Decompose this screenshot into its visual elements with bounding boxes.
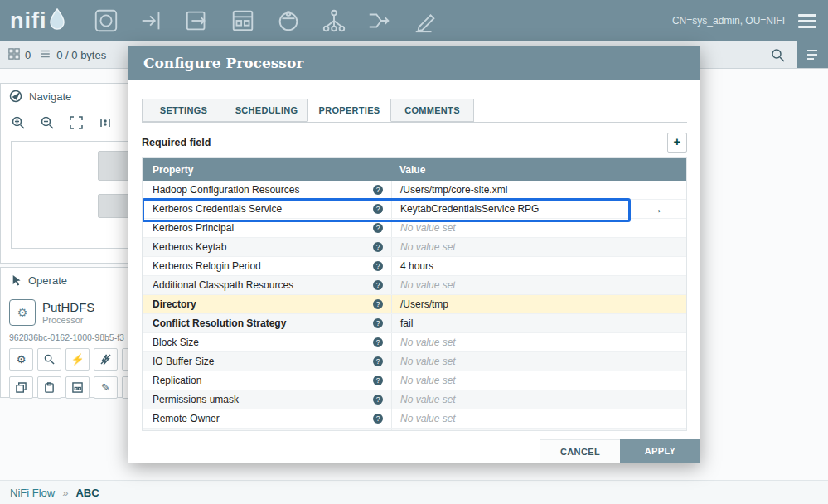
property-column-header: Property [143, 164, 391, 176]
help-icon[interactable] [373, 223, 383, 233]
current-user: CN=sys_admin, OU=NIFI [672, 15, 785, 27]
property-row[interactable]: Remote Group No value set [143, 429, 686, 431]
group-button[interactable] [65, 376, 90, 399]
action-cell [627, 390, 686, 409]
zoom-out-icon[interactable] [41, 116, 54, 129]
action-cell: → [627, 200, 686, 218]
value-cell[interactable]: No value set [391, 276, 627, 294]
value-cell[interactable]: No value set [391, 333, 627, 351]
property-name: Replication [153, 375, 201, 386]
disable-button[interactable] [94, 348, 118, 371]
action-cell [627, 181, 686, 199]
action-cell [627, 333, 686, 351]
process-group-icon[interactable] [229, 7, 257, 35]
value-cell[interactable]: No value set [391, 410, 627, 428]
help-icon[interactable] [373, 356, 383, 366]
property-name: Remote Owner [153, 413, 220, 424]
property-cell: Block Size [143, 333, 391, 351]
property-row[interactable]: Directory /Users/tmp [143, 295, 686, 314]
tab-comments[interactable]: COMMENTS [390, 99, 474, 122]
help-icon[interactable] [373, 185, 383, 195]
tab-settings[interactable]: SETTINGS [142, 99, 225, 122]
property-name: Additional Classpath Resources [153, 279, 293, 291]
properties-table: Property Value Hadoop Configuration Reso… [142, 158, 687, 431]
value-cell[interactable]: No value set [391, 352, 627, 371]
queued-count: 0 / 0 bytes [56, 49, 106, 61]
help-icon[interactable] [373, 318, 383, 328]
output-port-icon[interactable] [183, 7, 211, 35]
property-value: /Users/tmp/core-site.xml [400, 184, 507, 196]
help-icon[interactable] [373, 280, 383, 290]
tab-scheduling[interactable]: SCHEDULING [225, 99, 308, 122]
property-row[interactable]: Kerberos Keytab No value set [143, 238, 686, 257]
configure-button[interactable]: ⚙ [9, 348, 33, 371]
funnel-icon[interactable] [320, 7, 348, 35]
property-row[interactable]: IO Buffer Size No value set [143, 352, 686, 371]
nifi-drop-icon [49, 8, 65, 33]
value-cell[interactable]: No value set [391, 390, 627, 409]
help-icon[interactable] [373, 299, 383, 309]
template-icon[interactable] [366, 7, 394, 35]
value-cell[interactable]: 4 hours [391, 257, 627, 275]
property-value: No value set [400, 279, 456, 291]
processor-icon[interactable] [92, 7, 120, 35]
help-icon[interactable] [373, 337, 383, 347]
property-row[interactable]: Hadoop Configuration Resources /Users/tm… [143, 181, 686, 200]
copy-button[interactable] [9, 376, 33, 399]
go-to-service-arrow[interactable]: → [651, 202, 663, 216]
value-cell[interactable]: fail [391, 314, 627, 332]
add-property-button[interactable]: + [667, 133, 687, 153]
property-name: Kerberos Principal [153, 222, 234, 234]
property-row[interactable]: Kerberos Credentials Service KeytabCrede… [143, 200, 686, 219]
zoom-fit-icon[interactable] [70, 116, 83, 129]
zoom-in-icon[interactable] [12, 116, 25, 129]
breadcrumb-root-link[interactable]: NiFi Flow [10, 487, 55, 499]
property-cell: Additional Classpath Resources [143, 276, 391, 294]
fill-color-button[interactable]: ✎ [94, 376, 118, 399]
help-icon[interactable] [373, 242, 383, 252]
apply-button[interactable]: APPLY [620, 439, 700, 463]
input-port-icon[interactable] [138, 7, 166, 35]
enable-button[interactable]: ⚡ [65, 348, 90, 371]
value-cell[interactable]: /Users/tmp [391, 295, 627, 313]
dialog-buttons: CANCEL APPLY [540, 439, 700, 463]
bulletin-panel-button[interactable] [797, 41, 828, 68]
required-field-label: Required field [142, 137, 211, 148]
breadcrumb-current: ABC [75, 487, 99, 499]
label-icon[interactable] [411, 7, 439, 35]
remote-process-group-icon[interactable] [274, 7, 303, 35]
property-cell: Remote Group [143, 429, 391, 431]
value-cell[interactable]: No value set [391, 219, 627, 237]
cancel-button[interactable]: CANCEL [540, 439, 620, 463]
property-row[interactable]: Permissions umask No value set [143, 390, 686, 410]
property-row[interactable]: Block Size No value set [143, 333, 686, 352]
paste-button[interactable] [37, 376, 61, 399]
value-cell[interactable]: /Users/tmp/core-site.xml [391, 181, 627, 199]
value-cell[interactable]: KeytabCredentialsService RPG [391, 200, 627, 218]
tab-properties[interactable]: PROPERTIES [307, 99, 391, 122]
property-row[interactable]: Additional Classpath Resources No value … [143, 276, 686, 295]
zoom-actual-icon[interactable] [99, 116, 112, 129]
property-row[interactable]: Kerberos Principal No value set [143, 219, 686, 238]
property-row[interactable]: Remote Owner No value set [143, 410, 686, 429]
required-field-row: Required field + [142, 133, 687, 153]
value-cell[interactable]: No value set [391, 371, 627, 390]
help-icon[interactable] [373, 261, 383, 271]
property-row[interactable]: Conflict Resolution Strategy fail [143, 314, 686, 333]
help-icon[interactable] [373, 414, 383, 424]
help-icon[interactable] [373, 376, 383, 385]
property-row[interactable]: Kerberos Relogin Period 4 hours [143, 257, 686, 276]
property-row[interactable]: Replication No value set [143, 371, 686, 390]
global-menu-icon[interactable] [798, 14, 816, 28]
value-cell[interactable]: No value set [391, 238, 627, 256]
property-cell: Kerberos Relogin Period [143, 257, 391, 275]
operate-hand-icon [9, 274, 22, 287]
search-icon[interactable] [771, 48, 785, 62]
property-value: KeytabCredentialsService RPG [400, 203, 539, 215]
value-cell[interactable]: No value set [391, 429, 627, 431]
view-config-button[interactable] [37, 348, 61, 371]
property-value: 4 hours [400, 260, 433, 272]
property-value: No value set [400, 394, 456, 405]
help-icon[interactable] [373, 395, 383, 405]
help-icon[interactable] [373, 204, 383, 214]
